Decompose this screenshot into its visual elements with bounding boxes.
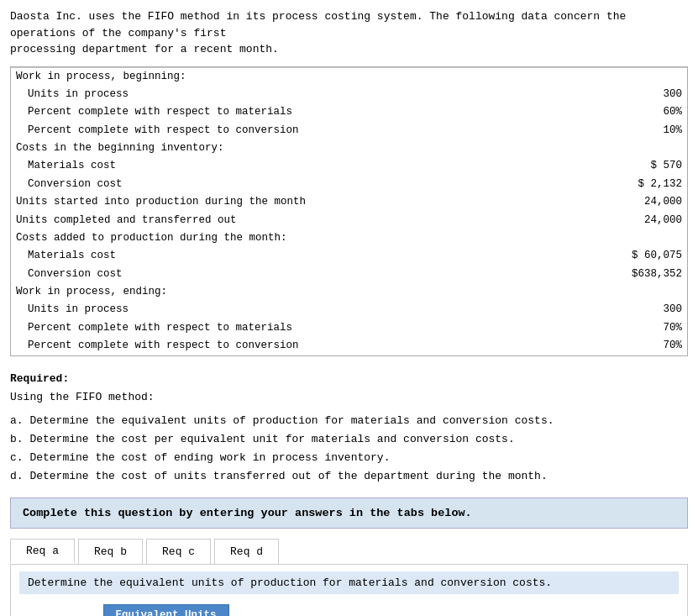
tab-req-a[interactable]: Req a bbox=[10, 539, 75, 564]
data-row-label: Units completed and transferred out bbox=[11, 212, 586, 229]
data-row-value bbox=[586, 140, 687, 157]
data-row-label: Work in process, beginning: bbox=[11, 67, 586, 86]
data-row-value bbox=[586, 283, 687, 301]
data-row-value: $638,352 bbox=[586, 266, 687, 283]
required-heading: Required: bbox=[10, 372, 69, 385]
data-row-value: $ 60,075 bbox=[586, 247, 687, 265]
required-item: a. Determine the equivalent units of pro… bbox=[10, 412, 688, 430]
data-row-value: 300 bbox=[586, 86, 687, 103]
data-row-value: 24,000 bbox=[586, 193, 687, 211]
required-item: c. Determine the cost of ending work in … bbox=[10, 449, 688, 467]
data-row-value: 24,000 bbox=[586, 212, 687, 229]
data-row-value bbox=[586, 229, 687, 247]
data-row-label: Materials cost bbox=[11, 157, 586, 175]
answer-table: Equivalent Units of Production Materials… bbox=[19, 604, 229, 616]
tab-instruction-text: Determine the equivalent units of produc… bbox=[28, 577, 552, 589]
tab-req-d[interactable]: Req d bbox=[214, 539, 279, 564]
data-row-label: Units in process bbox=[11, 86, 586, 103]
data-row-value: 70% bbox=[586, 337, 687, 355]
data-row-value: 60% bbox=[586, 103, 687, 121]
data-row-label: Percent complete with respect to convers… bbox=[11, 337, 586, 355]
equiv-units-header: Equivalent Units of Production bbox=[103, 605, 228, 616]
data-row-value: $ 570 bbox=[586, 157, 687, 175]
data-row-value: $ 2,132 bbox=[586, 176, 687, 193]
header-line1: Equivalent Units bbox=[116, 609, 217, 616]
data-row-label: Units started into production during the… bbox=[11, 193, 586, 211]
data-row-value: 300 bbox=[586, 301, 687, 319]
data-table-wrapper: Work in process, beginning:Units in proc… bbox=[10, 66, 688, 356]
tabs-row: Req aReq bReq cReq d bbox=[10, 539, 688, 565]
data-row-label: Units in process bbox=[11, 301, 586, 319]
data-row-label: Costs added to production during the mon… bbox=[11, 229, 586, 247]
data-row-value bbox=[586, 67, 687, 86]
data-row-label: Conversion cost bbox=[11, 176, 586, 193]
required-item: d. Determine the cost of units transferr… bbox=[10, 467, 688, 486]
instruction-box: Complete this question by entering your … bbox=[10, 498, 688, 529]
data-row-label: Costs in the beginning inventory: bbox=[11, 140, 586, 157]
data-table: Work in process, beginning:Units in proc… bbox=[11, 67, 687, 355]
empty-header bbox=[19, 605, 103, 616]
intro-paragraph: Daosta Inc. uses the FIFO method in its … bbox=[10, 8, 688, 58]
required-section: Required: Using the FIFO method: a. Dete… bbox=[10, 370, 688, 487]
data-row-value: 70% bbox=[586, 319, 687, 337]
tab-content-wrapper: Determine the equivalent units of produc… bbox=[10, 565, 688, 616]
required-subheading: Using the FIFO method: bbox=[10, 388, 688, 407]
data-row-label: Percent complete with respect to convers… bbox=[11, 122, 586, 140]
required-item: b. Determine the cost per equivalent uni… bbox=[10, 430, 688, 449]
data-row-label: Work in process, ending: bbox=[11, 283, 586, 301]
tab-req-b[interactable]: Req b bbox=[78, 539, 143, 564]
data-row-label: Percent complete with respect to materia… bbox=[11, 103, 586, 121]
intro-line1: Daosta Inc. uses the FIFO method in its … bbox=[10, 10, 626, 39]
data-row-label: Materials cost bbox=[11, 247, 586, 265]
data-row-label: Percent complete with respect to materia… bbox=[11, 319, 586, 337]
intro-line2: processing department for a recent month… bbox=[10, 43, 279, 55]
data-row-value: 10% bbox=[586, 122, 687, 140]
instruction-box-text: Complete this question by entering your … bbox=[23, 507, 472, 519]
tab-req-c[interactable]: Req c bbox=[146, 539, 211, 564]
tab-instruction: Determine the equivalent units of produc… bbox=[19, 571, 679, 594]
data-row-label: Conversion cost bbox=[11, 266, 586, 283]
